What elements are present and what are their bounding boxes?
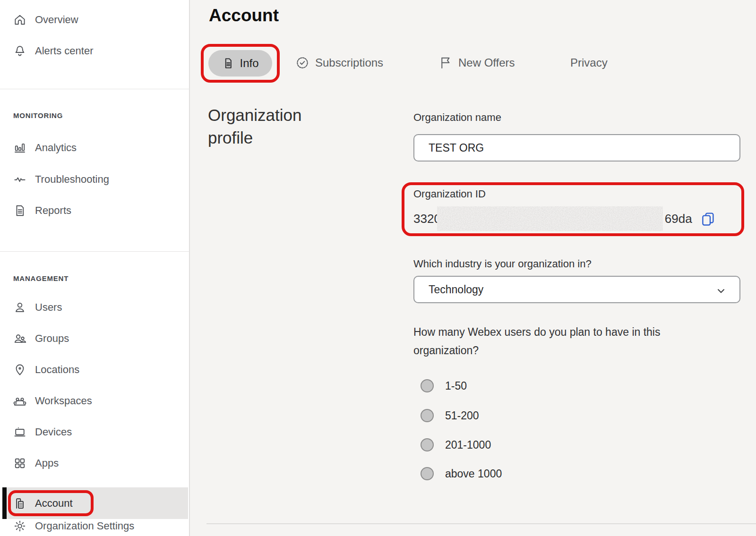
sidebar-item-locations[interactable]: Locations bbox=[0, 357, 189, 383]
sidebar-item-alerts-center[interactable]: Alerts center bbox=[0, 38, 189, 64]
copy-icon[interactable] bbox=[700, 210, 716, 228]
sidebar-item-analytics[interactable]: Analytics bbox=[0, 135, 189, 161]
radio-label: 1-50 bbox=[445, 380, 467, 392]
sidebar-item-apps[interactable]: Apps bbox=[0, 450, 189, 476]
org-id-value-row: 3320 69da bbox=[413, 205, 716, 232]
section-title-organization-profile: Organization profile bbox=[208, 104, 340, 149]
sidebar-item-label: Alerts center bbox=[35, 45, 94, 57]
industry-label: Which industry is your organization in? bbox=[413, 258, 592, 270]
page-title: Account bbox=[209, 6, 279, 26]
radio-label: above 1000 bbox=[445, 468, 502, 480]
radio-button[interactable] bbox=[421, 379, 434, 392]
tab-label: Subscriptions bbox=[315, 56, 383, 69]
account-building-icon bbox=[13, 496, 27, 510]
sidebar-item-label: Reports bbox=[35, 204, 71, 217]
sidebar-item-troubleshooting[interactable]: Troubleshooting bbox=[0, 166, 189, 193]
radio-option-201-1000[interactable]: 201-1000 bbox=[413, 432, 491, 458]
sidebar-item-label: Locations bbox=[35, 364, 79, 376]
sidebar-item-devices[interactable]: Devices bbox=[0, 419, 189, 445]
tab-label: Info bbox=[240, 57, 258, 70]
apps-grid-icon bbox=[13, 456, 27, 470]
home-icon bbox=[13, 13, 27, 27]
sidebar-item-label: Devices bbox=[35, 426, 72, 438]
workspaces-icon bbox=[13, 394, 27, 408]
sidebar-item-label: Apps bbox=[35, 457, 59, 469]
section-divider bbox=[206, 523, 756, 524]
radio-option-1-50[interactable]: 1-50 bbox=[413, 373, 467, 399]
sidebar-section-monitoring: MONITORING bbox=[13, 111, 63, 119]
bar-chart-icon bbox=[13, 141, 27, 155]
tab-label: New Offers bbox=[458, 56, 515, 69]
sidebar-item-label: Troubleshooting bbox=[35, 173, 109, 186]
sidebar-item-workspaces[interactable]: Workspaces bbox=[0, 388, 189, 414]
tab-info[interactable]: Info bbox=[208, 50, 272, 77]
redaction-blur bbox=[437, 206, 663, 231]
radio-button[interactable] bbox=[421, 438, 434, 451]
sidebar-section-management: MANAGEMENT bbox=[13, 274, 69, 282]
main-content: Account Info Subscriptions New Offers Pr… bbox=[190, 0, 756, 536]
sidebar-item-label: Workspaces bbox=[35, 395, 92, 407]
sidebar-item-label: Groups bbox=[35, 332, 69, 345]
sidebar-divider bbox=[0, 251, 190, 252]
groups-icon bbox=[13, 332, 27, 346]
report-icon bbox=[13, 204, 27, 218]
sidebar: Overview Alerts center MONITORING Analyt… bbox=[0, 0, 190, 536]
sidebar-divider bbox=[0, 89, 190, 89]
info-doc-icon bbox=[222, 57, 235, 70]
radio-label: 51-200 bbox=[445, 409, 479, 422]
user-icon bbox=[13, 300, 27, 315]
sidebar-item-groups[interactable]: Groups bbox=[0, 325, 189, 352]
tab-subscriptions[interactable]: Subscriptions bbox=[295, 49, 383, 77]
sidebar-item-overview[interactable]: Overview bbox=[0, 7, 189, 33]
sidebar-item-label: Users bbox=[35, 301, 62, 314]
gear-icon bbox=[13, 519, 27, 533]
device-icon bbox=[13, 425, 27, 439]
org-id-label: Organization ID bbox=[413, 188, 486, 200]
sidebar-item-label: Overview bbox=[35, 14, 78, 26]
pulse-icon bbox=[13, 172, 27, 187]
org-id-suffix: 69da bbox=[665, 212, 692, 226]
sidebar-item-reports[interactable]: Reports bbox=[0, 197, 189, 224]
industry-select[interactable]: Technology bbox=[413, 276, 740, 303]
radio-option-51-200[interactable]: 51-200 bbox=[413, 402, 479, 429]
bell-icon bbox=[13, 44, 27, 58]
org-name-label: Organization name bbox=[413, 111, 501, 124]
sidebar-item-organization-settings[interactable]: Organization Settings bbox=[0, 513, 189, 536]
chevron-down-icon bbox=[715, 285, 727, 297]
radio-option-above-1000[interactable]: above 1000 bbox=[413, 460, 502, 487]
annotation-info-tab: Info bbox=[201, 44, 280, 83]
org-name-input[interactable] bbox=[413, 134, 740, 162]
tab-new-offers[interactable]: New Offers bbox=[438, 49, 515, 77]
tab-label: Privacy bbox=[570, 56, 608, 69]
radio-button[interactable] bbox=[421, 467, 434, 480]
seal-check-icon bbox=[295, 55, 310, 70]
radio-label: 201-1000 bbox=[445, 439, 491, 451]
sidebar-item-label: Account bbox=[35, 497, 73, 510]
radio-button[interactable] bbox=[421, 409, 434, 422]
user-count-question: How many Webex users do you plan to have… bbox=[413, 323, 725, 360]
location-pin-icon bbox=[13, 363, 27, 377]
industry-selected-value: Technology bbox=[414, 283, 483, 296]
flag-icon bbox=[438, 55, 453, 70]
sidebar-item-label: Analytics bbox=[35, 142, 77, 154]
tab-privacy[interactable]: Privacy bbox=[570, 49, 608, 77]
sidebar-item-users[interactable]: Users bbox=[0, 294, 189, 321]
sidebar-item-label: Organization Settings bbox=[35, 520, 134, 532]
